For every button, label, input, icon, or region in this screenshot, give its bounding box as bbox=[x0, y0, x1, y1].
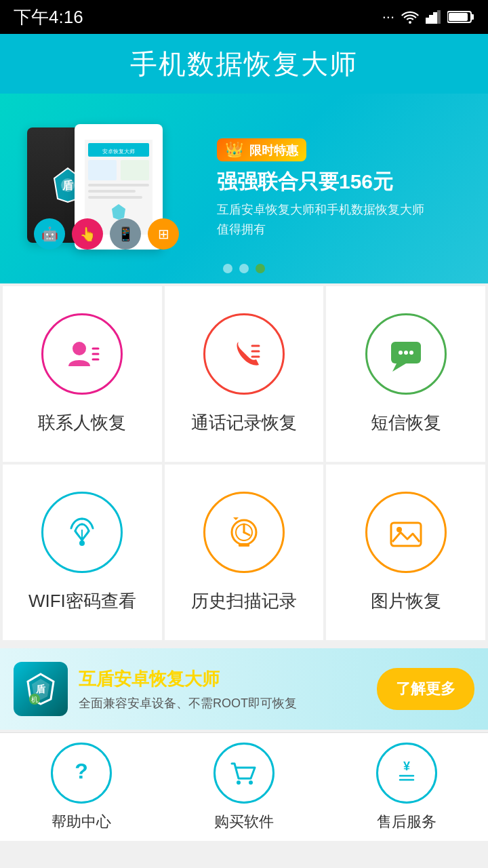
service-icon-circle: ¥ bbox=[376, 743, 437, 804]
svg-point-28 bbox=[404, 351, 408, 355]
icon-robot: 🤖 bbox=[34, 218, 65, 250]
svg-text:盾: 盾 bbox=[62, 179, 74, 191]
svg-line-35 bbox=[244, 532, 249, 535]
svg-text:¥: ¥ bbox=[403, 760, 410, 773]
battery-icon bbox=[447, 10, 474, 24]
ad-title: 互盾安卓恢复大师 bbox=[79, 667, 366, 691]
bottom-navigation: ? 帮助中心 购买软件 ¥ 售后服务 bbox=[0, 732, 488, 841]
svg-rect-6 bbox=[471, 14, 474, 20]
help-icon-circle: ? bbox=[51, 743, 112, 804]
grid-row-2: WIFI密码查看 历史扫描记录 bbox=[3, 465, 485, 640]
svg-rect-7 bbox=[449, 13, 468, 21]
buy-label: 购买软件 bbox=[214, 812, 274, 832]
svg-point-43 bbox=[237, 781, 241, 785]
ad-banner[interactable]: 盾 机 互盾安卓恢复大师 全面兼容安卓设备、不需ROOT即可恢复 了解更多 bbox=[0, 648, 488, 730]
photos-icon-circle bbox=[365, 492, 447, 573]
icon-phone: 📱 bbox=[110, 218, 141, 250]
wifi-status-icon bbox=[401, 10, 419, 24]
svg-marker-26 bbox=[392, 363, 406, 372]
svg-rect-36 bbox=[239, 543, 249, 547]
svg-rect-17 bbox=[88, 196, 142, 199]
banner-title: 强强联合只要156元 bbox=[217, 168, 393, 195]
svg-rect-16 bbox=[88, 190, 136, 193]
svg-point-29 bbox=[409, 351, 413, 355]
icon-touch: 👆 bbox=[72, 218, 103, 250]
svg-rect-15 bbox=[88, 184, 149, 186]
sms-icon-circle bbox=[365, 313, 447, 395]
app-header: 手机数据恢复大师 bbox=[0, 34, 488, 94]
dot-2[interactable] bbox=[239, 264, 249, 273]
grid-item-contacts[interactable]: 联系人恢复 bbox=[3, 286, 162, 462]
grid-item-sms[interactable]: 短信恢复 bbox=[326, 286, 485, 462]
contacts-icon-circle bbox=[41, 313, 123, 395]
icon-grid: ⊞ bbox=[148, 218, 179, 250]
banner-text-area: 限时特惠 强强联合只要156元 互盾安卓恢复大师和手机数据恢复大师 值得拥有 bbox=[217, 125, 488, 253]
grid-item-wifi[interactable]: WIFI密码查看 bbox=[3, 465, 162, 640]
grid-item-calls[interactable]: 通话记录恢复 bbox=[165, 286, 324, 462]
app-icons-row: 🤖 👆 📱 ⊞ bbox=[34, 218, 179, 250]
ad-logo: 盾 机 bbox=[14, 662, 68, 716]
help-label: 帮助中心 bbox=[52, 812, 111, 832]
svg-rect-3 bbox=[434, 13, 436, 24]
status-icons: ··· bbox=[382, 8, 474, 26]
nav-item-help[interactable]: ? 帮助中心 bbox=[51, 743, 112, 832]
calls-icon-circle bbox=[203, 313, 285, 395]
ad-learn-more-button[interactable]: 了解更多 bbox=[377, 668, 474, 710]
svg-point-27 bbox=[399, 351, 403, 355]
svg-text:机: 机 bbox=[31, 696, 38, 703]
wifi-icon-circle bbox=[41, 492, 123, 573]
status-bar: 下午4:16 ··· bbox=[0, 0, 488, 34]
svg-text:安卓恢复大师: 安卓恢复大师 bbox=[102, 149, 135, 155]
svg-point-0 bbox=[409, 21, 411, 24]
banner-dots bbox=[223, 264, 265, 273]
dots-icon: ··· bbox=[382, 8, 394, 26]
sms-label: 短信恢复 bbox=[371, 411, 441, 435]
ad-text: 互盾安卓恢复大师 全面兼容安卓设备、不需ROOT即可恢复 bbox=[79, 667, 366, 711]
dot-1[interactable] bbox=[223, 264, 232, 273]
promo-badge: 限时特惠 bbox=[217, 138, 306, 161]
signal-icon bbox=[426, 10, 441, 24]
svg-rect-2 bbox=[430, 16, 432, 24]
service-label: 售后服务 bbox=[377, 812, 436, 832]
status-time: 下午4:16 bbox=[14, 5, 83, 29]
svg-rect-37 bbox=[391, 523, 421, 546]
dot-3[interactable] bbox=[256, 264, 265, 273]
svg-rect-4 bbox=[438, 10, 441, 24]
photos-label: 图片恢复 bbox=[371, 589, 441, 613]
contacts-label: 联系人恢复 bbox=[38, 411, 126, 435]
grid-item-history[interactable]: 历史扫描记录 bbox=[165, 465, 324, 640]
history-icon-circle bbox=[203, 492, 285, 573]
feature-grid: 联系人恢复 通话记录恢复 bbox=[0, 283, 488, 646]
svg-point-44 bbox=[249, 781, 253, 785]
svg-rect-14 bbox=[121, 160, 149, 180]
banner-image-area: 盾 安卓恢复大师 🤖 bbox=[0, 94, 217, 283]
banner-subtitle1: 互盾安卓恢复大师和手机数据恢复大师 bbox=[217, 200, 424, 220]
banner-subtitle2: 值得拥有 bbox=[217, 220, 266, 239]
svg-point-18 bbox=[73, 342, 86, 355]
grid-item-photos[interactable]: 图片恢复 bbox=[326, 465, 485, 640]
phone-stack: 盾 安卓恢复大师 🤖 bbox=[20, 114, 197, 263]
history-label: 历史扫描记录 bbox=[191, 589, 297, 613]
svg-rect-1 bbox=[426, 18, 428, 24]
wifi-label: WIFI密码查看 bbox=[28, 589, 136, 613]
nav-item-service[interactable]: ¥ 售后服务 bbox=[376, 743, 437, 832]
svg-point-30 bbox=[79, 540, 85, 546]
app-title: 手机数据恢复大师 bbox=[130, 45, 358, 83]
svg-text:盾: 盾 bbox=[35, 684, 46, 694]
svg-text:?: ? bbox=[75, 759, 88, 783]
ad-subtitle: 全面兼容安卓设备、不需ROOT即可恢复 bbox=[79, 695, 366, 711]
grid-row-1: 联系人恢复 通话记录恢复 bbox=[3, 286, 485, 462]
promo-banner[interactable]: 盾 安卓恢复大师 🤖 bbox=[0, 94, 488, 283]
nav-item-buy[interactable]: 购买软件 bbox=[214, 743, 274, 832]
svg-rect-13 bbox=[88, 160, 117, 180]
calls-label: 通话记录恢复 bbox=[191, 411, 297, 435]
buy-icon-circle bbox=[214, 743, 274, 804]
